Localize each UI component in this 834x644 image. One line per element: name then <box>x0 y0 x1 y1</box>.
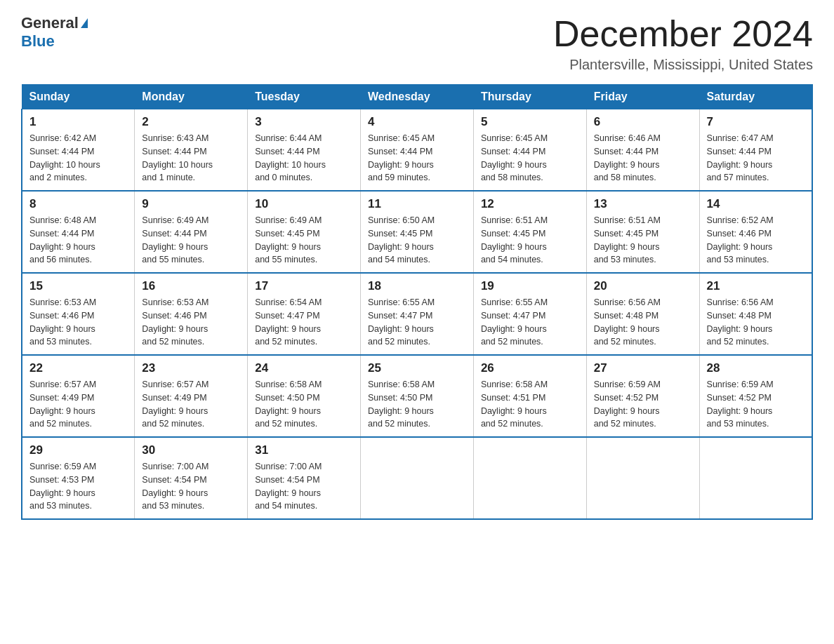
day-info: Sunrise: 6:59 AMSunset: 4:52 PMDaylight:… <box>707 378 805 431</box>
day-info: Sunrise: 6:57 AMSunset: 4:49 PMDaylight:… <box>29 378 127 431</box>
day-number: 4 <box>368 115 466 129</box>
calendar-title: December 2024 <box>553 14 813 54</box>
calendar-week-row: 1 Sunrise: 6:42 AMSunset: 4:44 PMDayligh… <box>22 109 812 192</box>
logo-blue-text: Blue <box>21 32 55 50</box>
day-info: Sunrise: 6:48 AMSunset: 4:44 PMDaylight:… <box>29 214 127 267</box>
day-number: 19 <box>481 279 579 293</box>
day-number: 7 <box>707 115 805 129</box>
day-info: Sunrise: 6:50 AMSunset: 4:45 PMDaylight:… <box>368 214 466 267</box>
calendar-day-cell <box>699 437 812 519</box>
day-info: Sunrise: 6:53 AMSunset: 4:46 PMDaylight:… <box>29 296 127 349</box>
calendar-day-cell: 9 Sunrise: 6:49 AMSunset: 4:44 PMDayligh… <box>135 191 248 273</box>
day-info: Sunrise: 6:57 AMSunset: 4:49 PMDaylight:… <box>142 378 240 431</box>
day-number: 31 <box>255 443 353 457</box>
calendar-day-cell: 1 Sunrise: 6:42 AMSunset: 4:44 PMDayligh… <box>22 109 135 192</box>
day-number: 28 <box>707 361 805 375</box>
calendar-day-cell: 18 Sunrise: 6:55 AMSunset: 4:47 PMDaylig… <box>361 273 474 355</box>
logo-triangle-icon <box>81 18 88 28</box>
day-info: Sunrise: 6:58 AMSunset: 4:50 PMDaylight:… <box>255 378 353 431</box>
day-info: Sunrise: 6:54 AMSunset: 4:47 PMDaylight:… <box>255 296 353 349</box>
day-number: 13 <box>594 197 692 211</box>
day-info: Sunrise: 6:47 AMSunset: 4:44 PMDaylight:… <box>707 132 805 185</box>
day-number: 17 <box>255 279 353 293</box>
day-number: 24 <box>255 361 353 375</box>
calendar-week-row: 8 Sunrise: 6:48 AMSunset: 4:44 PMDayligh… <box>22 191 812 273</box>
calendar-day-cell: 11 Sunrise: 6:50 AMSunset: 4:45 PMDaylig… <box>361 191 474 273</box>
calendar-day-cell: 22 Sunrise: 6:57 AMSunset: 4:49 PMDaylig… <box>22 355 135 437</box>
calendar-table: SundayMondayTuesdayWednesdayThursdayFrid… <box>21 84 813 520</box>
calendar-day-cell <box>361 437 474 519</box>
day-info: Sunrise: 6:55 AMSunset: 4:47 PMDaylight:… <box>368 296 466 349</box>
calendar-day-cell: 3 Sunrise: 6:44 AMSunset: 4:44 PMDayligh… <box>248 109 361 192</box>
day-info: Sunrise: 6:45 AMSunset: 4:44 PMDaylight:… <box>481 132 579 185</box>
header-tuesday: Tuesday <box>248 85 361 109</box>
calendar-day-cell: 27 Sunrise: 6:59 AMSunset: 4:52 PMDaylig… <box>586 355 699 437</box>
day-number: 8 <box>29 197 127 211</box>
day-number: 29 <box>29 443 127 457</box>
calendar-day-cell: 10 Sunrise: 6:49 AMSunset: 4:45 PMDaylig… <box>248 191 361 273</box>
calendar-day-cell: 12 Sunrise: 6:51 AMSunset: 4:45 PMDaylig… <box>473 191 586 273</box>
calendar-day-cell: 2 Sunrise: 6:43 AMSunset: 4:44 PMDayligh… <box>135 109 248 192</box>
day-info: Sunrise: 6:44 AMSunset: 4:44 PMDaylight:… <box>255 132 353 185</box>
day-number: 23 <box>142 361 240 375</box>
calendar-subtitle: Plantersville, Mississippi, United State… <box>553 57 813 73</box>
day-number: 12 <box>481 197 579 211</box>
day-number: 2 <box>142 115 240 129</box>
day-number: 22 <box>29 361 127 375</box>
day-number: 21 <box>707 279 805 293</box>
day-info: Sunrise: 6:46 AMSunset: 4:44 PMDaylight:… <box>594 132 692 185</box>
calendar-day-cell: 6 Sunrise: 6:46 AMSunset: 4:44 PMDayligh… <box>586 109 699 192</box>
day-info: Sunrise: 6:53 AMSunset: 4:46 PMDaylight:… <box>142 296 240 349</box>
day-info: Sunrise: 6:42 AMSunset: 4:44 PMDaylight:… <box>29 132 127 185</box>
calendar-day-cell: 13 Sunrise: 6:51 AMSunset: 4:45 PMDaylig… <box>586 191 699 273</box>
calendar-day-cell: 24 Sunrise: 6:58 AMSunset: 4:50 PMDaylig… <box>248 355 361 437</box>
calendar-day-cell: 26 Sunrise: 6:58 AMSunset: 4:51 PMDaylig… <box>473 355 586 437</box>
day-info: Sunrise: 6:59 AMSunset: 4:53 PMDaylight:… <box>29 460 127 513</box>
calendar-day-cell: 29 Sunrise: 6:59 AMSunset: 4:53 PMDaylig… <box>22 437 135 519</box>
calendar-day-cell: 4 Sunrise: 6:45 AMSunset: 4:44 PMDayligh… <box>361 109 474 192</box>
day-number: 25 <box>368 361 466 375</box>
day-number: 16 <box>142 279 240 293</box>
day-number: 11 <box>368 197 466 211</box>
calendar-day-cell: 25 Sunrise: 6:58 AMSunset: 4:50 PMDaylig… <box>361 355 474 437</box>
day-info: Sunrise: 6:56 AMSunset: 4:48 PMDaylight:… <box>594 296 692 349</box>
day-info: Sunrise: 6:45 AMSunset: 4:44 PMDaylight:… <box>368 132 466 185</box>
header-friday: Friday <box>586 85 699 109</box>
calendar-day-cell: 21 Sunrise: 6:56 AMSunset: 4:48 PMDaylig… <box>699 273 812 355</box>
day-info: Sunrise: 6:49 AMSunset: 4:45 PMDaylight:… <box>255 214 353 267</box>
day-info: Sunrise: 7:00 AMSunset: 4:54 PMDaylight:… <box>255 460 353 513</box>
calendar-day-cell <box>586 437 699 519</box>
day-info: Sunrise: 6:56 AMSunset: 4:48 PMDaylight:… <box>707 296 805 349</box>
day-number: 3 <box>255 115 353 129</box>
calendar-day-cell: 28 Sunrise: 6:59 AMSunset: 4:52 PMDaylig… <box>699 355 812 437</box>
logo-general-text: General <box>21 14 79 32</box>
header-sunday: Sunday <box>22 85 135 109</box>
calendar-day-cell: 17 Sunrise: 6:54 AMSunset: 4:47 PMDaylig… <box>248 273 361 355</box>
header-monday: Monday <box>135 85 248 109</box>
day-number: 30 <box>142 443 240 457</box>
day-number: 20 <box>594 279 692 293</box>
day-number: 15 <box>29 279 127 293</box>
calendar-day-cell: 31 Sunrise: 7:00 AMSunset: 4:54 PMDaylig… <box>248 437 361 519</box>
calendar-week-row: 15 Sunrise: 6:53 AMSunset: 4:46 PMDaylig… <box>22 273 812 355</box>
day-info: Sunrise: 6:51 AMSunset: 4:45 PMDaylight:… <box>481 214 579 267</box>
day-info: Sunrise: 6:58 AMSunset: 4:50 PMDaylight:… <box>368 378 466 431</box>
calendar-day-cell: 14 Sunrise: 6:52 AMSunset: 4:46 PMDaylig… <box>699 191 812 273</box>
day-number: 27 <box>594 361 692 375</box>
day-number: 18 <box>368 279 466 293</box>
header-thursday: Thursday <box>473 85 586 109</box>
day-info: Sunrise: 6:55 AMSunset: 4:47 PMDaylight:… <box>481 296 579 349</box>
day-info: Sunrise: 6:51 AMSunset: 4:45 PMDaylight:… <box>594 214 692 267</box>
calendar-day-cell: 20 Sunrise: 6:56 AMSunset: 4:48 PMDaylig… <box>586 273 699 355</box>
day-info: Sunrise: 6:52 AMSunset: 4:46 PMDaylight:… <box>707 214 805 267</box>
day-number: 6 <box>594 115 692 129</box>
day-number: 10 <box>255 197 353 211</box>
title-section: December 2024 Plantersville, Mississippi… <box>553 14 813 73</box>
day-number: 9 <box>142 197 240 211</box>
calendar-week-row: 29 Sunrise: 6:59 AMSunset: 4:53 PMDaylig… <box>22 437 812 519</box>
day-number: 5 <box>481 115 579 129</box>
calendar-header-row: SundayMondayTuesdayWednesdayThursdayFrid… <box>22 85 812 109</box>
day-info: Sunrise: 6:49 AMSunset: 4:44 PMDaylight:… <box>142 214 240 267</box>
day-info: Sunrise: 6:58 AMSunset: 4:51 PMDaylight:… <box>481 378 579 431</box>
day-number: 26 <box>481 361 579 375</box>
